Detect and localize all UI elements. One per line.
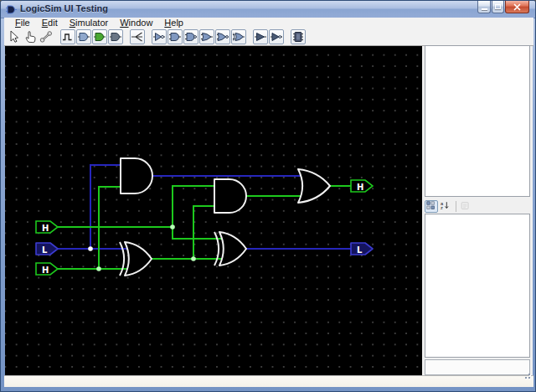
maximize-icon <box>495 4 501 9</box>
wire-tool-button[interactable] <box>39 29 54 44</box>
resize-grip[interactable] <box>520 370 531 379</box>
chip-icon <box>291 30 305 44</box>
inverter-tool-button[interactable] <box>269 29 284 44</box>
sort-alphabetically-button[interactable]: az <box>439 200 452 213</box>
wire-junction <box>96 266 101 271</box>
wire-junction <box>170 224 175 230</box>
input-pin-1[interactable]: H <box>36 221 58 233</box>
cursor-icon <box>8 30 21 44</box>
gate-dark-icon <box>109 30 122 44</box>
ic-module-tool-button[interactable] <box>291 29 306 44</box>
or-gate-tool-button[interactable] <box>199 29 214 44</box>
output-pin-tool-button[interactable] <box>92 29 107 44</box>
xor-gate-1[interactable] <box>120 242 152 276</box>
pin-state-label: L <box>42 245 48 255</box>
maximize-button[interactable] <box>492 1 504 13</box>
toolbar <box>4 28 533 46</box>
toolbar-separator <box>456 201 456 212</box>
nand-icon <box>184 30 198 44</box>
close-icon <box>513 3 521 11</box>
component-tree-panel[interactable] <box>425 45 530 197</box>
input-pin-3[interactable]: H <box>36 263 58 275</box>
buffer-inv-icon <box>270 30 283 44</box>
and-gate-1[interactable] <box>121 158 152 193</box>
module-tool-button[interactable] <box>108 29 123 44</box>
xor-icon <box>232 30 245 44</box>
properties-panel[interactable] <box>425 214 530 358</box>
svg-text:z: z <box>441 205 443 210</box>
window-title: LogicSim UI Testing <box>20 3 108 13</box>
select-tool-button[interactable] <box>7 29 22 44</box>
menu-bar: FileEditSimulatorWindowHelp <box>4 18 533 28</box>
gate-blue-icon <box>77 30 90 44</box>
splitter-icon <box>131 30 144 44</box>
splitter-tool-button[interactable] <box>130 29 145 44</box>
and-gate-tool-button[interactable] <box>168 29 183 44</box>
pin-state-label: H <box>42 266 49 275</box>
menu-item-simulator[interactable]: Simulator <box>64 18 114 28</box>
description-icon <box>460 199 472 213</box>
menu-item-file[interactable]: File <box>9 18 36 28</box>
right-side-panels: az <box>422 46 533 375</box>
xor-gate-tool-button[interactable] <box>231 29 246 44</box>
pin-state-label: H <box>42 224 49 233</box>
nand-gate-tool-button[interactable] <box>183 29 198 44</box>
title-bar[interactable]: LogicSim UI Testing <box>1 1 536 18</box>
menu-item-edit[interactable]: Edit <box>36 18 64 28</box>
pan-tool-button[interactable] <box>23 29 38 44</box>
gate-green-icon <box>93 30 106 44</box>
wire-junction <box>88 246 93 251</box>
app-icon <box>6 3 17 14</box>
buffer-icon <box>254 30 267 44</box>
show-description-button <box>459 200 472 213</box>
minimize-icon <box>482 8 487 10</box>
clock-icon <box>61 30 75 44</box>
or-icon <box>200 30 214 44</box>
properties-toolbar: az <box>425 199 530 214</box>
input-pin-tool-button[interactable] <box>76 29 91 44</box>
pin-state-label: H <box>357 183 363 192</box>
and-gate-2[interactable] <box>214 179 246 213</box>
pin-state-label: L <box>357 245 363 255</box>
sort-az-icon: az <box>440 199 451 213</box>
clock-tool-button[interactable] <box>60 29 75 44</box>
menu-item-window[interactable]: Window <box>114 18 158 28</box>
wire-junction <box>191 256 196 261</box>
categorized-view-button[interactable] <box>425 200 438 213</box>
or-gate-1[interactable] <box>298 169 330 203</box>
nor-icon <box>216 30 229 44</box>
categorized-icon <box>425 199 437 213</box>
input-pin-2[interactable]: L <box>36 243 58 255</box>
app-window: LogicSim UI Testing FileEditSimulatorWin… <box>0 0 536 392</box>
and-icon <box>168 30 182 44</box>
circuit-canvas[interactable]: HLHHL <box>5 46 422 375</box>
close-button[interactable] <box>505 1 529 13</box>
not-icon <box>152 30 166 44</box>
menu-item-help[interactable]: Help <box>158 18 189 28</box>
output-pin-2[interactable]: L <box>351 243 373 255</box>
xor-gate-2[interactable] <box>214 232 246 266</box>
nor-gate-tool-button[interactable] <box>215 29 230 44</box>
output-pin-1[interactable]: H <box>351 180 373 192</box>
window-bottom-border <box>4 375 533 387</box>
hand-icon <box>23 30 37 44</box>
minimize-button[interactable] <box>477 1 491 13</box>
not-gate-tool-button[interactable] <box>152 29 167 44</box>
bone-icon <box>39 30 53 44</box>
buffer-tool-button[interactable] <box>253 29 268 44</box>
description-panel <box>425 359 530 375</box>
